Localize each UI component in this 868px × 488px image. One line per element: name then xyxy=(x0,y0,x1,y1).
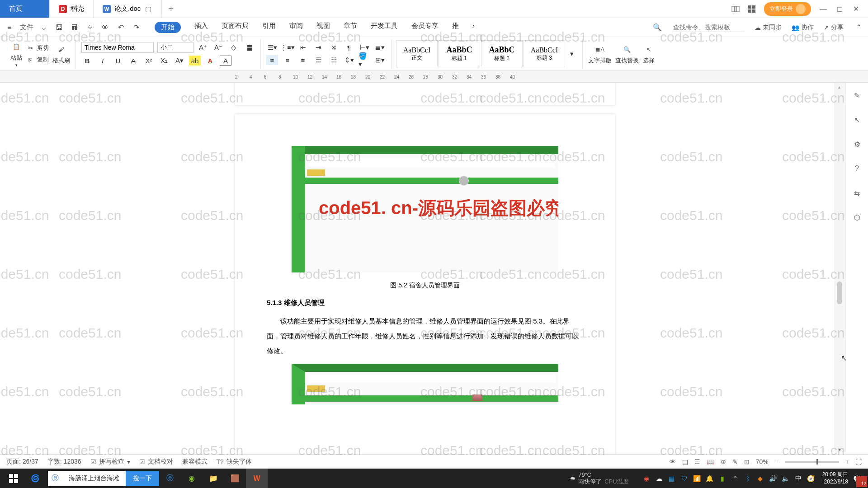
start-button[interactable] xyxy=(3,469,24,488)
wps-app-icon[interactable]: W xyxy=(246,469,268,488)
scroll-down-icon[interactable]: ▾ xyxy=(839,447,841,452)
menu-more[interactable]: 推 xyxy=(452,22,459,33)
bullets-icon[interactable]: ☰▾ xyxy=(266,42,278,52)
search-go-button[interactable]: 搜一下 xyxy=(126,471,159,486)
missing-fonts-button[interactable]: T? 缺失字体 xyxy=(217,458,252,466)
word-count[interactable]: 字数: 12036 xyxy=(47,458,81,466)
increase-indent-icon[interactable]: ⇥ xyxy=(312,42,324,52)
font-size-select[interactable] xyxy=(157,42,193,53)
compat-mode[interactable]: 兼容模式 xyxy=(182,458,208,466)
pilcrow-icon[interactable]: ¶ xyxy=(343,42,355,52)
styles-more-icon[interactable]: ▾ xyxy=(566,49,578,59)
superscript-button[interactable]: X² xyxy=(143,56,155,66)
distributed-button[interactable]: ☷ xyxy=(328,55,340,65)
copilot-app-icon[interactable]: 🌀 xyxy=(24,469,46,488)
style-normal[interactable]: AaBbCcI正文 xyxy=(396,40,438,67)
chevron-down-icon[interactable]: ⌵ xyxy=(39,23,49,33)
web-view-icon[interactable]: ⊕ xyxy=(721,458,726,465)
undo-icon[interactable]: ↶ xyxy=(116,23,126,33)
menu-developer[interactable]: 开发工具 xyxy=(371,22,398,33)
style-heading3[interactable]: AaBbCcI标题 3 xyxy=(524,40,565,67)
tray-bluetooth-icon[interactable]: ᛒ xyxy=(744,474,752,483)
login-button[interactable]: 立即登录 xyxy=(764,2,811,16)
taskbar-clock[interactable]: 20:09 周日 2022/9/18 xyxy=(822,471,848,485)
zoom-out-button[interactable]: − xyxy=(775,458,778,465)
help-icon[interactable]: ? xyxy=(852,163,863,174)
numbering-icon[interactable]: ⋮≡▾ xyxy=(282,42,293,52)
close-button[interactable]: ✕ xyxy=(852,5,860,13)
subscript-button[interactable]: X₂ xyxy=(158,56,170,66)
pen-icon[interactable]: ✎ xyxy=(732,458,738,465)
eye-icon[interactable]: 👁 xyxy=(670,458,676,465)
horizontal-ruler[interactable]: 246810121416182022242628303234363840 xyxy=(0,71,868,83)
tab-home[interactable]: 首页 xyxy=(0,0,50,18)
underline-button[interactable]: U xyxy=(112,56,124,66)
tray-shield-icon[interactable]: 🛡 xyxy=(680,474,689,483)
hamburger-icon[interactable]: ≡ xyxy=(5,23,14,33)
menu-review[interactable]: 审阅 xyxy=(289,22,303,33)
zoom-in-button[interactable]: + xyxy=(845,458,849,465)
align-right-button[interactable]: ≡ xyxy=(297,55,309,65)
menu-insert[interactable]: 插入 xyxy=(194,22,208,33)
tab-expand-icon[interactable]: ▢ xyxy=(144,5,152,13)
tray-speaker-icon[interactable]: 🔊 xyxy=(769,474,777,483)
app-icon-1[interactable]: 🟫 xyxy=(224,469,246,488)
shrink-font-icon[interactable]: A⁻ xyxy=(212,42,224,52)
file-menu[interactable]: 文件 xyxy=(20,23,33,33)
paste-button[interactable]: 📋 粘贴▾ xyxy=(10,40,23,67)
line-spacing-icon[interactable]: ⇕▾ xyxy=(343,55,355,65)
unsynced-button[interactable]: ☁ 未同步 xyxy=(755,23,782,32)
vertical-scrollbar[interactable]: ▴ ▾ ⌃ ⊡ ⌄ xyxy=(834,83,845,470)
menu-chapter[interactable]: 章节 xyxy=(344,22,357,33)
font-family-select[interactable] xyxy=(81,42,154,53)
print-icon[interactable]: 🖨 xyxy=(85,23,95,33)
pencil-icon[interactable]: ✎ xyxy=(852,90,863,101)
explorer-app-icon[interactable]: 📁 xyxy=(203,469,224,488)
zoom-to-page-icon[interactable]: ⊡ xyxy=(744,458,750,465)
tray-gpu-icon[interactable]: ▮ xyxy=(718,474,726,483)
style-heading2[interactable]: AaBbC标题 2 xyxy=(481,40,523,67)
tab-document[interactable]: W 论文.doc ▢ xyxy=(94,0,162,18)
tray-icon-2[interactable]: ☁ xyxy=(655,474,663,483)
borders-icon[interactable]: ⊞▾ xyxy=(374,55,386,65)
tray-app-icon[interactable]: ◆ xyxy=(756,474,764,483)
justify-button[interactable]: ☰ xyxy=(312,55,324,65)
text-direction-icon[interactable]: ≣▾ xyxy=(374,42,386,52)
tray-ime-button[interactable]: 中 xyxy=(794,474,802,483)
menu-member[interactable]: 会员专享 xyxy=(411,22,439,33)
scrollbar-thumb[interactable] xyxy=(837,282,842,304)
collab-button[interactable]: 👥 协作 xyxy=(792,23,814,32)
settings-sliders-icon[interactable]: ⚙ xyxy=(852,139,863,150)
bold-button[interactable]: B xyxy=(81,56,93,66)
select-tool-icon[interactable]: ↖ xyxy=(852,114,863,125)
spell-check-button[interactable]: ☑ 拼写检查 ▾ xyxy=(90,458,130,466)
tray-icon-1[interactable]: ◉ xyxy=(642,474,651,483)
edge-app-icon[interactable]: ⓔ xyxy=(159,469,181,488)
style-heading1[interactable]: AaBbC标题 1 xyxy=(439,40,480,67)
menu-chevron-icon[interactable]: › xyxy=(472,22,475,33)
cut-button[interactable]: ✂剪切 xyxy=(26,44,49,52)
minimize-button[interactable]: — xyxy=(819,5,827,13)
tab-daoke[interactable]: D 稻壳 xyxy=(50,0,94,18)
copy-button[interactable]: ⎘复制 xyxy=(26,56,49,64)
clear-format-icon[interactable]: ◇ xyxy=(228,42,240,52)
new-tab-button[interactable]: + xyxy=(162,0,180,18)
share-button[interactable]: ↗ 分享 xyxy=(824,23,844,32)
find-replace-button[interactable]: 🔍查找替换 xyxy=(615,43,639,65)
menu-references[interactable]: 引用 xyxy=(262,22,276,33)
highlight-button[interactable]: ab xyxy=(189,56,201,66)
tray-wifi-icon[interactable]: 📶 xyxy=(693,474,701,483)
italic-button[interactable]: I xyxy=(97,56,108,66)
tab-stops-icon[interactable]: ⊢▾ xyxy=(359,42,370,52)
convert-icon[interactable]: ⇆ xyxy=(852,188,863,198)
text-layout-button[interactable]: ≣A文字排版 xyxy=(588,43,612,65)
command-search-input[interactable] xyxy=(672,23,745,32)
outline-view-icon[interactable]: ☰ xyxy=(694,458,700,465)
shading-icon[interactable]: 🪣▾ xyxy=(359,55,370,65)
apps-grid-icon[interactable] xyxy=(748,5,756,13)
tray-compass-icon[interactable]: 🧭 xyxy=(807,474,815,483)
page-view-icon[interactable]: ▤ xyxy=(682,458,688,465)
save-as-icon[interactable]: 🖬 xyxy=(70,23,80,33)
taskbar-search[interactable]: ⓔ 海肠涌上烟台海滩 搜一下 xyxy=(48,471,159,486)
menu-caret-icon[interactable]: ⌃ xyxy=(854,23,863,33)
